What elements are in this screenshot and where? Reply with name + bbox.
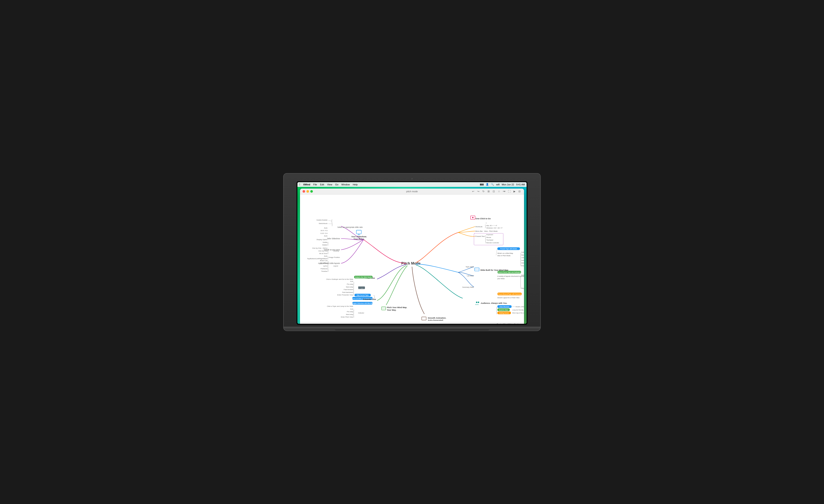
smooth-subtitle: Auto-Generated. — [428, 319, 444, 321]
ratio-hubble: Hubble Bubble — [316, 219, 328, 221]
also-in-pitch: Also in Pitch Mode. — [497, 255, 511, 257]
window-toolbar: ↩ ↪ ↻ ⊞ ⊡ ☆ +▾ ⛶ ▶ ⊟ — [471, 189, 521, 193]
fullscreen-icon[interactable]: ⛶ — [507, 189, 511, 193]
menu-help[interactable]: Help — [353, 183, 358, 186]
maximize-button[interactable] — [310, 190, 313, 193]
traffic-lights — [303, 190, 313, 193]
hidden-label: Hidden — [322, 244, 327, 246]
present-parent-badge: Present Parent Topic and Subtopics — [498, 272, 521, 273]
menu-xmind[interactable]: XMind — [303, 183, 310, 186]
layout-lyrics: Lyrics — [323, 265, 327, 267]
menu-edit[interactable]: Edit — [320, 183, 324, 186]
navigate-badge: Navigate Slideshow with Mind Map — [351, 303, 374, 304]
svg-rect-0 — [356, 230, 362, 234]
menubar:  XMind File Edit View Go Window Help ▮▮… — [297, 182, 527, 187]
screen:  XMind File Edit View Go Window Help ▮▮… — [297, 182, 527, 324]
pres-nextstep: Next-step — [346, 313, 353, 315]
window-title: pitch mode — [406, 190, 418, 193]
layout-timeline: Timeline — [321, 270, 328, 272]
indicator-label2: Indicator — [358, 312, 365, 314]
svg-rect-21 — [422, 317, 426, 320]
menu-file[interactable]: File — [313, 183, 317, 186]
main-window: pitch mode ↩ ↪ ↻ ⊞ ⊡ ☆ +▾ ⛶ ▶ ⊟ — [300, 189, 524, 324]
select-ratio-label: Select an appropriate slide ratio — [337, 226, 363, 228]
layout-icon[interactable]: ⊞ — [487, 189, 491, 193]
user-icon: 👤 — [486, 183, 489, 186]
menu-view[interactable]: View — [327, 183, 332, 186]
minimize-button[interactable] — [306, 190, 309, 193]
window-titlebar: pitch mode ↩ ↪ ↻ ⊞ ⊡ ☆ +▾ ⛶ ▶ ⊟ — [300, 189, 524, 195]
your-ideas: your ideas — [497, 278, 505, 279]
variety-layouts: A variety of layouts structured to prese… — [497, 275, 524, 277]
all-at-once: All at Once — [319, 253, 328, 255]
mac-shortcut: Mac: ⌘ + ^ + P — [487, 225, 497, 226]
shortcut-brace: { — [486, 222, 487, 224]
shortcuts-label: Shortcuts — [475, 226, 482, 228]
long-text-friendly: Long text friendly — [512, 309, 523, 311]
time: 9:41 AM — [516, 183, 525, 186]
mindmap-canvas: Pitch Mode Your Slideshow. Your Rules. — [300, 195, 524, 321]
webvideo-item: Web Video — [521, 262, 524, 264]
outliner-toggle[interactable]: Outliner — [514, 323, 521, 324]
pitch-fastbwd: Fast-backward — [342, 291, 353, 293]
redo-icon[interactable]: ↪ — [477, 189, 480, 193]
tailor-label: Tailor Slideshow — [327, 237, 340, 239]
pitch-fastfwd: Fast-forward — [344, 289, 353, 291]
note-item: Note — [521, 259, 524, 261]
menubar-left:  XMind File Edit View Go Window Help — [299, 183, 477, 186]
one-by-one-drill: One by One - Drill in — [312, 247, 327, 249]
pitch-enter-presenter: Enter Presenter View — [337, 294, 353, 296]
layout-brace: Brace List — [320, 260, 328, 261]
svg-point-16 — [476, 301, 477, 303]
svg-rect-22 — [382, 307, 386, 310]
layout-fishbone: Fishbone — [321, 268, 328, 270]
present-icon[interactable]: ▶ — [512, 189, 516, 193]
presenter-view-label: Presenter View — [363, 298, 376, 300]
view-icon[interactable]: ⊡ — [492, 189, 496, 193]
menubar-right: ▮▮▮ 👤 🔍 wifi Mon Jun 22 9:41 AM — [480, 183, 525, 186]
label-item: Label — [521, 257, 524, 259]
delivery-label: Delivery — [333, 250, 339, 252]
columns-icon[interactable]: ⊟ — [518, 189, 521, 193]
topic-count: Topic: 83 — [497, 323, 505, 324]
pitch-prestep: Pre-step — [347, 283, 353, 285]
visible-label: Visible — [322, 241, 328, 243]
datetime: Mon Jun 22 — [502, 183, 514, 186]
pitch-your-title: Pitch Your Mind Map. — [387, 306, 407, 309]
camera — [411, 178, 413, 180]
topic-slide-label: Topic Slide — [466, 266, 474, 268]
svg-point-17 — [478, 301, 479, 303]
header-remind: Header { Remind where you are — [515, 306, 524, 308]
summary-slide-label: Summary Slide — [462, 286, 474, 288]
decent-layout: Decent Layout for a Fresh View — [497, 297, 519, 299]
menubar-label: Menu Bar · View - Pitch Mode — [475, 230, 498, 232]
svg-rect-11 — [475, 268, 479, 271]
marker-item: Marker — [521, 254, 524, 256]
ending-screen-badge: Ending Screen — [499, 312, 509, 314]
pitch-your-subtitle: Your Way. — [387, 309, 396, 311]
skip-topic-badge: Skip Current Topic — [356, 294, 369, 296]
ratio-auto: Auto — [324, 227, 328, 229]
add-icon[interactable]: +▾ — [502, 189, 506, 193]
svg-point-9 — [472, 217, 474, 218]
refresh-icon[interactable]: ↻ — [482, 189, 485, 193]
apple-logo-icon:  — [299, 183, 300, 186]
mouse-item: Mouse — [487, 236, 491, 238]
star-icon[interactable]: ☆ — [497, 189, 501, 193]
ratio-916: 9:16 / 3:4 — [320, 232, 327, 234]
pres-prestep: Pre-step — [347, 311, 353, 313]
slideshow-title: Your Slideshow. — [351, 235, 367, 238]
zoom-level: 66% — [508, 323, 512, 324]
whats-on-mindmap: What's on a Mind Map. — [497, 252, 514, 254]
search-icon[interactable]: 🔍 — [491, 183, 494, 186]
click-subtopic: Click a Subtopic and Go to the Slide — [326, 278, 353, 280]
close-button[interactable] — [303, 190, 305, 193]
toolbar-indicator: Toolbar (upper right) — [355, 287, 368, 289]
menu-go[interactable]: Go — [335, 183, 338, 186]
win-shortcut: Windows: Ctrl + Alt + P — [487, 227, 503, 229]
mindmap-speech: Mind map of the speech — [512, 312, 524, 314]
layout-bullet: Bullet List — [320, 262, 328, 264]
undo-icon[interactable]: ↩ — [471, 189, 475, 193]
menu-window[interactable]: Window — [341, 183, 350, 186]
touchpad-item: Touchpad — [487, 239, 493, 241]
